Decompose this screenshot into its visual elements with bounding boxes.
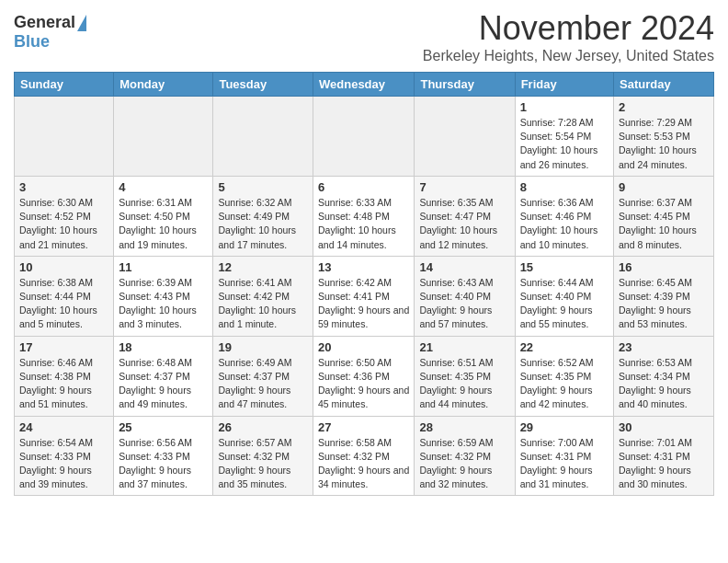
day-info: Sunrise: 6:59 AM Sunset: 4:32 PM Dayligh… xyxy=(419,436,509,492)
day-info: Sunrise: 6:30 AM Sunset: 4:52 PM Dayligh… xyxy=(19,196,108,252)
day-number: 23 xyxy=(619,340,709,354)
day-number: 4 xyxy=(119,180,208,194)
weekday-header-sunday: Sunday xyxy=(15,73,114,97)
calendar-cell xyxy=(313,97,415,177)
weekday-header-wednesday: Wednesday xyxy=(313,73,415,97)
calendar-cell: 4Sunrise: 6:31 AM Sunset: 4:50 PM Daylig… xyxy=(114,176,213,256)
day-number: 18 xyxy=(119,340,208,354)
calendar-cell: 18Sunrise: 6:48 AM Sunset: 4:37 PM Dayli… xyxy=(114,336,213,416)
calendar-cell: 28Sunrise: 6:59 AM Sunset: 4:32 PM Dayli… xyxy=(415,416,515,496)
day-number: 8 xyxy=(520,180,609,194)
day-info: Sunrise: 6:51 AM Sunset: 4:35 PM Dayligh… xyxy=(419,356,509,412)
day-number: 29 xyxy=(520,420,609,434)
calendar-cell: 20Sunrise: 6:50 AM Sunset: 4:36 PM Dayli… xyxy=(313,336,415,416)
day-info: Sunrise: 7:28 AM Sunset: 5:54 PM Dayligh… xyxy=(520,116,609,172)
day-info: Sunrise: 7:00 AM Sunset: 4:31 PM Dayligh… xyxy=(520,436,609,492)
day-number: 24 xyxy=(19,420,108,434)
day-info: Sunrise: 6:37 AM Sunset: 4:45 PM Dayligh… xyxy=(619,196,709,252)
day-info: Sunrise: 6:52 AM Sunset: 4:35 PM Dayligh… xyxy=(520,356,609,412)
logo: General Blue xyxy=(14,13,86,52)
calendar-week-row: 10Sunrise: 6:38 AM Sunset: 4:44 PM Dayli… xyxy=(15,256,714,336)
day-number: 25 xyxy=(119,420,208,434)
calendar-cell: 30Sunrise: 7:01 AM Sunset: 4:31 PM Dayli… xyxy=(614,416,714,496)
day-number: 6 xyxy=(318,180,409,194)
day-number: 12 xyxy=(218,260,308,274)
day-info: Sunrise: 6:50 AM Sunset: 4:36 PM Dayligh… xyxy=(318,356,409,412)
calendar-cell: 16Sunrise: 6:45 AM Sunset: 4:39 PM Dayli… xyxy=(614,256,714,336)
day-info: Sunrise: 6:32 AM Sunset: 4:49 PM Dayligh… xyxy=(218,196,308,252)
day-info: Sunrise: 6:46 AM Sunset: 4:38 PM Dayligh… xyxy=(19,356,108,412)
calendar-cell: 26Sunrise: 6:57 AM Sunset: 4:32 PM Dayli… xyxy=(213,416,313,496)
title-area: November 2024 Berkeley Heights, New Jers… xyxy=(423,9,714,64)
calendar-cell: 21Sunrise: 6:51 AM Sunset: 4:35 PM Dayli… xyxy=(415,336,515,416)
day-info: Sunrise: 7:01 AM Sunset: 4:31 PM Dayligh… xyxy=(619,436,709,492)
calendar-cell: 9Sunrise: 6:37 AM Sunset: 4:45 PM Daylig… xyxy=(614,176,714,256)
weekday-header-tuesday: Tuesday xyxy=(213,73,313,97)
calendar-week-row: 3Sunrise: 6:30 AM Sunset: 4:52 PM Daylig… xyxy=(15,176,714,256)
month-title: November 2024 xyxy=(423,9,714,48)
day-number: 28 xyxy=(419,420,509,434)
day-number: 9 xyxy=(619,180,709,194)
day-number: 21 xyxy=(419,340,509,354)
day-info: Sunrise: 6:39 AM Sunset: 4:43 PM Dayligh… xyxy=(119,276,208,332)
calendar-cell: 7Sunrise: 6:35 AM Sunset: 4:47 PM Daylig… xyxy=(415,176,515,256)
day-info: Sunrise: 6:35 AM Sunset: 4:47 PM Dayligh… xyxy=(419,196,509,252)
day-info: Sunrise: 6:53 AM Sunset: 4:34 PM Dayligh… xyxy=(619,356,709,412)
calendar-week-row: 24Sunrise: 6:54 AM Sunset: 4:33 PM Dayli… xyxy=(15,416,714,496)
day-number: 10 xyxy=(19,260,108,274)
day-info: Sunrise: 6:38 AM Sunset: 4:44 PM Dayligh… xyxy=(19,276,108,332)
day-info: Sunrise: 6:57 AM Sunset: 4:32 PM Dayligh… xyxy=(218,436,308,492)
calendar-cell: 8Sunrise: 6:36 AM Sunset: 4:46 PM Daylig… xyxy=(515,176,613,256)
location-subtitle: Berkeley Heights, New Jersey, United Sta… xyxy=(423,48,714,64)
day-number: 19 xyxy=(218,340,308,354)
header: General Blue November 2024 Berkeley Heig… xyxy=(14,9,714,64)
day-info: Sunrise: 6:44 AM Sunset: 4:40 PM Dayligh… xyxy=(520,276,609,332)
day-info: Sunrise: 6:58 AM Sunset: 4:32 PM Dayligh… xyxy=(318,436,409,492)
day-number: 17 xyxy=(19,340,108,354)
day-number: 22 xyxy=(520,340,609,354)
day-info: Sunrise: 6:43 AM Sunset: 4:40 PM Dayligh… xyxy=(419,276,509,332)
calendar-cell: 27Sunrise: 6:58 AM Sunset: 4:32 PM Dayli… xyxy=(313,416,415,496)
weekday-header-row: SundayMondayTuesdayWednesdayThursdayFrid… xyxy=(15,73,714,97)
day-info: Sunrise: 6:41 AM Sunset: 4:42 PM Dayligh… xyxy=(218,276,308,332)
calendar-cell: 3Sunrise: 6:30 AM Sunset: 4:52 PM Daylig… xyxy=(15,176,114,256)
day-number: 27 xyxy=(318,420,409,434)
day-info: Sunrise: 6:54 AM Sunset: 4:33 PM Dayligh… xyxy=(19,436,108,492)
calendar-cell: 22Sunrise: 6:52 AM Sunset: 4:35 PM Dayli… xyxy=(515,336,613,416)
calendar-cell: 6Sunrise: 6:33 AM Sunset: 4:48 PM Daylig… xyxy=(313,176,415,256)
calendar-cell: 17Sunrise: 6:46 AM Sunset: 4:38 PM Dayli… xyxy=(15,336,114,416)
calendar-cell: 24Sunrise: 6:54 AM Sunset: 4:33 PM Dayli… xyxy=(15,416,114,496)
day-number: 16 xyxy=(619,260,709,274)
calendar-cell: 5Sunrise: 6:32 AM Sunset: 4:49 PM Daylig… xyxy=(213,176,313,256)
day-info: Sunrise: 6:31 AM Sunset: 4:50 PM Dayligh… xyxy=(119,196,208,252)
weekday-header-monday: Monday xyxy=(114,73,213,97)
day-info: Sunrise: 6:49 AM Sunset: 4:37 PM Dayligh… xyxy=(218,356,308,412)
day-number: 2 xyxy=(619,100,709,114)
day-info: Sunrise: 6:48 AM Sunset: 4:37 PM Dayligh… xyxy=(119,356,208,412)
logo-blue-text: Blue xyxy=(14,32,50,52)
day-number: 11 xyxy=(119,260,208,274)
day-info: Sunrise: 6:56 AM Sunset: 4:33 PM Dayligh… xyxy=(119,436,208,492)
day-info: Sunrise: 6:45 AM Sunset: 4:39 PM Dayligh… xyxy=(619,276,709,332)
logo-general-text: General xyxy=(14,13,75,32)
calendar-cell: 11Sunrise: 6:39 AM Sunset: 4:43 PM Dayli… xyxy=(114,256,213,336)
weekday-header-thursday: Thursday xyxy=(415,73,515,97)
calendar-cell: 1Sunrise: 7:28 AM Sunset: 5:54 PM Daylig… xyxy=(515,97,613,177)
logo-triangle-icon xyxy=(77,15,86,31)
day-number: 30 xyxy=(619,420,709,434)
day-info: Sunrise: 6:36 AM Sunset: 4:46 PM Dayligh… xyxy=(520,196,609,252)
day-info: Sunrise: 7:29 AM Sunset: 5:53 PM Dayligh… xyxy=(619,116,709,172)
day-number: 3 xyxy=(19,180,108,194)
weekday-header-friday: Friday xyxy=(515,73,613,97)
calendar-week-row: 1Sunrise: 7:28 AM Sunset: 5:54 PM Daylig… xyxy=(15,97,714,177)
day-number: 5 xyxy=(218,180,308,194)
weekday-header-saturday: Saturday xyxy=(614,73,714,97)
calendar-cell: 23Sunrise: 6:53 AM Sunset: 4:34 PM Dayli… xyxy=(614,336,714,416)
day-info: Sunrise: 6:33 AM Sunset: 4:48 PM Dayligh… xyxy=(318,196,409,252)
calendar-cell: 12Sunrise: 6:41 AM Sunset: 4:42 PM Dayli… xyxy=(213,256,313,336)
calendar-cell xyxy=(213,97,313,177)
calendar-cell: 2Sunrise: 7:29 AM Sunset: 5:53 PM Daylig… xyxy=(614,97,714,177)
calendar-cell: 25Sunrise: 6:56 AM Sunset: 4:33 PM Dayli… xyxy=(114,416,213,496)
day-number: 26 xyxy=(218,420,308,434)
calendar-cell: 13Sunrise: 6:42 AM Sunset: 4:41 PM Dayli… xyxy=(313,256,415,336)
